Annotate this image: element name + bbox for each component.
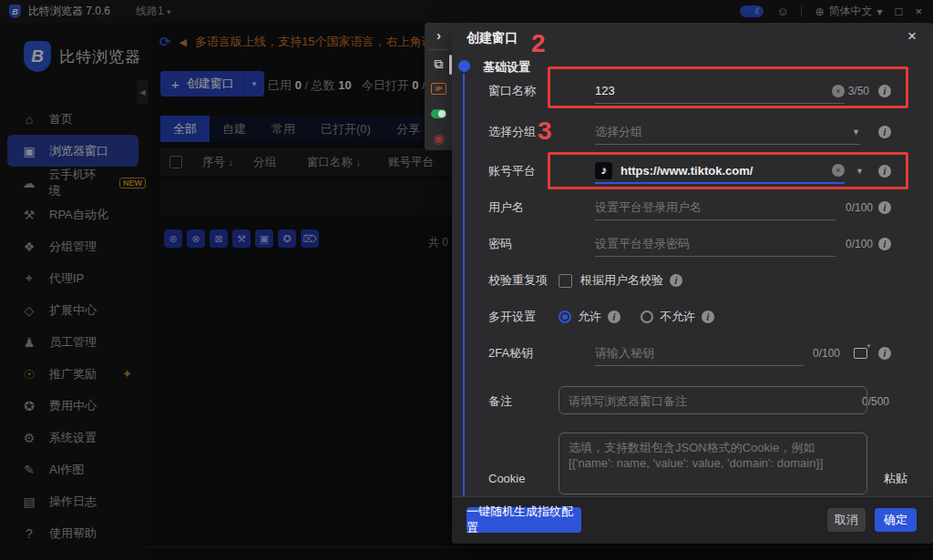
toggle-icon — [431, 109, 446, 118]
field-label: 2FA秘钥 — [488, 345, 559, 361]
allow-radio[interactable] — [559, 311, 571, 323]
group-row: 选择分组 ▼ i — [488, 119, 917, 145]
chevron-down-icon: ▼ — [852, 127, 860, 137]
info-icon: i — [670, 274, 682, 287]
remark-box — [559, 386, 867, 414]
field-label: 密码 — [488, 236, 559, 252]
allow-radio-label: 允许 — [578, 309, 601, 325]
password-input-wrap — [595, 231, 836, 257]
cancel-button[interactable]: 取消 — [827, 508, 866, 532]
group-select[interactable]: ▼ — [595, 119, 860, 145]
annotation-step-2: 2 — [531, 29, 546, 58]
dedupe-checkbox-label: 根据用户名校验 — [580, 272, 663, 289]
scan-add-icon[interactable] — [854, 348, 867, 359]
section-dot — [458, 60, 470, 72]
dedupe-row: 校验重复项 根据用户名校验 i — [488, 268, 917, 293]
rail-collapse-button[interactable]: › — [425, 23, 453, 47]
multiopen-row: 多开设置 允许 i 不允许 i — [488, 304, 917, 330]
cookie-box — [559, 433, 867, 494]
confirm-button[interactable]: 确定 — [875, 508, 917, 532]
char-counter: 0/100 — [813, 347, 840, 360]
paste-link[interactable]: 粘贴 — [884, 471, 907, 487]
info-icon: i — [878, 238, 891, 250]
section-timeline — [463, 74, 465, 496]
username-row: 用户名 0/100 i — [488, 195, 917, 220]
info-icon: i — [878, 347, 891, 360]
deny-radio[interactable] — [641, 311, 653, 323]
username-input[interactable] — [595, 200, 836, 214]
remark-textarea[interactable] — [559, 387, 866, 413]
dialog-title: 创建窗口 — [466, 30, 518, 46]
username-input-wrap — [595, 195, 836, 220]
password-row: 密码 0/100 i — [488, 231, 917, 257]
password-input[interactable] — [595, 237, 836, 250]
twofa-input-wrap — [595, 341, 804, 366]
info-icon: i — [608, 311, 620, 323]
annotation-step-3: 3 — [538, 117, 552, 146]
generate-fingerprint-button[interactable]: 一键随机生成指纹配置 — [466, 507, 581, 533]
rail-preference-button[interactable] — [425, 101, 453, 126]
dialog-section-rail: › ⧉ IP ◉ — [425, 23, 453, 150]
bitbrowser-app: B 比特浏览器 7.0.6 线路1 ▾ ☾ ☺ ⊕ 简体中文 ▾ □ × B 比… — [0, 0, 933, 560]
dialog-footer: 一键随机生成指纹配置 取消 确定 — [452, 496, 933, 544]
dialog-header: 创建窗口 × — [452, 23, 933, 50]
rail-proxy-button[interactable]: IP — [425, 76, 453, 101]
info-icon: i — [878, 126, 891, 138]
cookie-textarea[interactable] — [559, 433, 866, 494]
info-icon: i — [702, 311, 714, 323]
chevron-right-icon: › — [436, 28, 441, 43]
info-icon: i — [878, 201, 891, 214]
rail-fingerprint-button[interactable]: ◉ — [425, 126, 453, 150]
twofa-input[interactable] — [595, 346, 804, 360]
dedupe-checkbox[interactable] — [559, 274, 572, 288]
deny-radio-label: 不允许 — [660, 309, 695, 325]
field-label: 备注 — [488, 393, 559, 410]
field-label: 校验重复项 — [488, 272, 559, 289]
ip-icon: IP — [431, 83, 446, 95]
char-counter: 0/100 — [846, 201, 873, 214]
window-icon: ⧉ — [435, 56, 444, 72]
rail-basic-settings-button[interactable]: ⧉ — [425, 52, 453, 76]
annotation-rect-window-name — [548, 66, 908, 108]
section-title: 基础设置 — [483, 59, 530, 76]
group-select-input[interactable] — [595, 125, 852, 138]
twofa-row: 2FA秘钥 0/100 i — [488, 341, 917, 366]
field-label: Cookie — [488, 472, 559, 485]
field-label: 多开设置 — [488, 309, 559, 325]
field-label: 用户名 — [488, 199, 559, 216]
annotation-rect-platform — [548, 152, 908, 189]
char-counter: 0/100 — [846, 238, 873, 250]
dialog-close-icon[interactable]: × — [907, 27, 917, 46]
fingerprint-icon: ◉ — [433, 131, 444, 146]
